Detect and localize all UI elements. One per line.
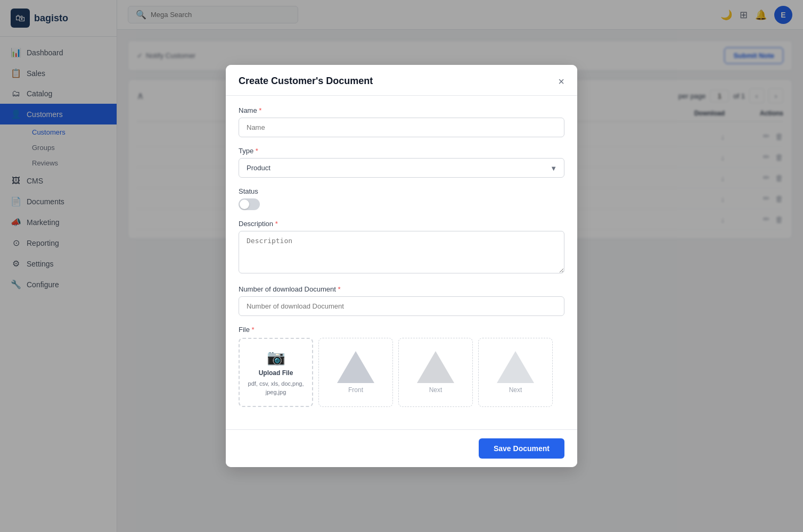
front-triangle-icon — [337, 351, 374, 383]
num-downloads-input[interactable] — [239, 296, 564, 316]
modal-footer: Save Document — [226, 429, 577, 467]
main-area: 🔍 🌙 ⊞ 🔔 E ✓ Notify Customer Submit Note … — [117, 0, 803, 532]
toggle-thumb — [240, 200, 249, 209]
save-document-button[interactable]: Save Document — [479, 438, 564, 459]
file-form-group: File * 📷 Upload File pdf, csv, xls, doc,… — [239, 326, 564, 407]
file-label: File * — [239, 326, 564, 334]
description-form-group: Description * — [239, 220, 564, 276]
camera-plus-icon: 📷 — [267, 348, 285, 366]
file-preview-next2: Next — [478, 338, 553, 407]
preview-label-next1: Next — [429, 386, 443, 394]
type-select[interactable]: Product Invoice Receipt Other — [239, 158, 564, 178]
num-downloads-form-group: Number of download Document * — [239, 285, 564, 316]
description-label: Description * — [239, 220, 564, 228]
num-downloads-label: Number of download Document * — [239, 285, 564, 293]
preview-label-front: Front — [348, 386, 363, 394]
file-preview-front: Front — [318, 338, 393, 407]
upload-label: Upload File — [259, 369, 293, 377]
toggle-wrapper — [239, 198, 564, 210]
name-form-group: Name * — [239, 106, 564, 137]
modal-body: Name * Type * Product Invoice Receipt — [226, 96, 577, 429]
create-document-modal: Create Customer's Document × Name * Type… — [226, 65, 577, 467]
type-label: Type * — [239, 147, 564, 155]
modal-title: Create Customer's Document — [239, 76, 373, 87]
modal-overlay[interactable]: Create Customer's Document × Name * Type… — [117, 0, 803, 532]
next2-triangle-icon — [497, 351, 534, 383]
modal-header: Create Customer's Document × — [226, 65, 577, 96]
upload-formats: pdf, csv, xls, doc,png, jpeg,jpg — [245, 380, 307, 396]
name-input[interactable] — [239, 118, 564, 137]
status-label: Status — [239, 187, 564, 195]
upload-file-box[interactable]: 📷 Upload File pdf, csv, xls, doc,png, jp… — [239, 338, 313, 407]
type-form-group: Type * Product Invoice Receipt Other ▼ — [239, 147, 564, 178]
name-label: Name * — [239, 106, 564, 114]
status-toggle[interactable] — [239, 198, 260, 210]
file-area: 📷 Upload File pdf, csv, xls, doc,png, jp… — [239, 338, 564, 407]
status-form-group: Status — [239, 187, 564, 210]
description-input[interactable] — [239, 231, 564, 273]
modal-close-button[interactable]: × — [558, 76, 564, 87]
file-preview-next1: Next — [398, 338, 473, 407]
next1-triangle-icon — [417, 351, 454, 383]
preview-label-next2: Next — [509, 386, 522, 394]
type-select-wrapper: Product Invoice Receipt Other ▼ — [239, 158, 564, 178]
